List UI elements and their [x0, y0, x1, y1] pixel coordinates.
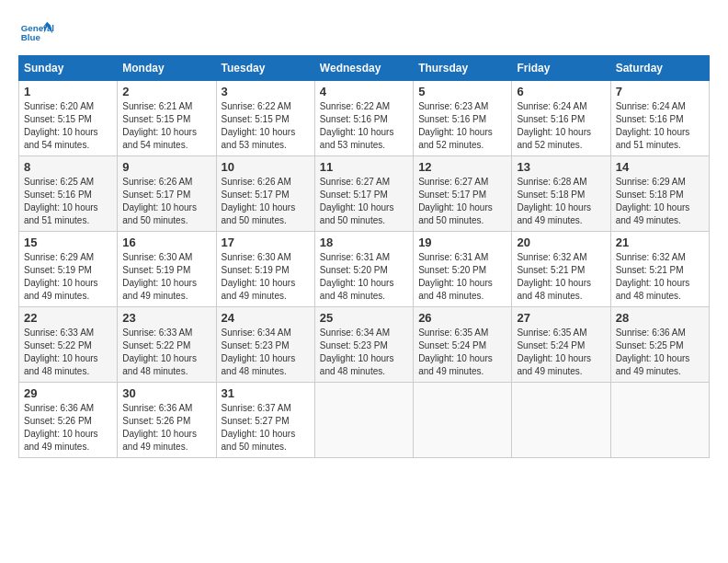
day-info: Sunrise: 6:33 AM Sunset: 5:22 PM Dayligh… — [122, 327, 210, 378]
day-info: Sunrise: 6:34 AM Sunset: 5:23 PM Dayligh… — [320, 327, 408, 378]
calendar-week-row: 8Sunrise: 6:25 AM Sunset: 5:16 PM Daylig… — [19, 156, 710, 232]
day-info: Sunrise: 6:36 AM Sunset: 5:26 PM Dayligh… — [122, 402, 210, 454]
weekday-header-friday: Friday — [512, 56, 610, 81]
day-number: 17 — [222, 236, 310, 249]
day-number: 11 — [320, 160, 408, 174]
day-number: 20 — [517, 236, 605, 249]
weekday-header-sunday: Sunday — [19, 56, 118, 81]
day-info: Sunrise: 6:34 AM Sunset: 5:23 PM Dayligh… — [222, 327, 310, 378]
weekday-header-wednesday: Wednesday — [314, 56, 413, 81]
page-header: General Blue — [18, 18, 710, 46]
calendar-day-cell: 2Sunrise: 6:21 AM Sunset: 5:15 PM Daylig… — [118, 81, 216, 156]
day-number: 23 — [122, 311, 210, 325]
calendar-day-cell: 21Sunrise: 6:32 AM Sunset: 5:21 PM Dayli… — [610, 232, 709, 307]
day-info: Sunrise: 6:30 AM Sunset: 5:19 PM Dayligh… — [222, 251, 310, 303]
day-number: 21 — [616, 236, 704, 249]
day-number: 8 — [24, 160, 112, 174]
day-info: Sunrise: 6:37 AM Sunset: 5:27 PM Dayligh… — [222, 402, 310, 454]
day-number: 28 — [616, 311, 704, 325]
day-number: 19 — [418, 236, 506, 249]
day-info: Sunrise: 6:30 AM Sunset: 5:19 PM Dayligh… — [122, 251, 210, 303]
calendar-day-cell: 28Sunrise: 6:36 AM Sunset: 5:25 PM Dayli… — [610, 307, 709, 383]
logo: General Blue — [18, 18, 55, 46]
day-info: Sunrise: 6:35 AM Sunset: 5:24 PM Dayligh… — [418, 327, 506, 378]
calendar-table: SundayMondayTuesdayWednesdayThursdayFrid… — [18, 55, 710, 458]
calendar-day-cell: 10Sunrise: 6:26 AM Sunset: 5:17 PM Dayli… — [216, 156, 314, 232]
calendar-day-cell: 22Sunrise: 6:33 AM Sunset: 5:22 PM Dayli… — [19, 307, 118, 383]
day-number: 7 — [616, 85, 704, 98]
calendar-day-cell: 26Sunrise: 6:35 AM Sunset: 5:24 PM Dayli… — [414, 307, 512, 383]
day-info: Sunrise: 6:23 AM Sunset: 5:16 PM Dayligh… — [418, 100, 506, 152]
day-number: 15 — [24, 236, 112, 249]
day-info: Sunrise: 6:32 AM Sunset: 5:21 PM Dayligh… — [517, 251, 605, 303]
weekday-header-row: SundayMondayTuesdayWednesdayThursdayFrid… — [19, 56, 710, 81]
calendar-week-row: 22Sunrise: 6:33 AM Sunset: 5:22 PM Dayli… — [19, 307, 710, 383]
calendar-day-cell — [314, 383, 413, 458]
calendar-day-cell: 24Sunrise: 6:34 AM Sunset: 5:23 PM Dayli… — [216, 307, 314, 383]
day-number: 16 — [122, 236, 210, 249]
calendar-day-cell: 25Sunrise: 6:34 AM Sunset: 5:23 PM Dayli… — [314, 307, 413, 383]
calendar-day-cell: 31Sunrise: 6:37 AM Sunset: 5:27 PM Dayli… — [216, 383, 314, 458]
day-info: Sunrise: 6:31 AM Sunset: 5:20 PM Dayligh… — [418, 251, 506, 303]
day-number: 5 — [418, 85, 506, 98]
day-info: Sunrise: 6:21 AM Sunset: 5:15 PM Dayligh… — [122, 100, 210, 152]
day-number: 22 — [24, 311, 112, 325]
calendar-day-cell: 17Sunrise: 6:30 AM Sunset: 5:19 PM Dayli… — [216, 232, 314, 307]
day-number: 1 — [24, 85, 112, 98]
day-number: 24 — [222, 311, 310, 325]
day-info: Sunrise: 6:20 AM Sunset: 5:15 PM Dayligh… — [24, 100, 112, 152]
calendar-day-cell: 20Sunrise: 6:32 AM Sunset: 5:21 PM Dayli… — [512, 232, 610, 307]
day-info: Sunrise: 6:24 AM Sunset: 5:16 PM Dayligh… — [616, 100, 704, 152]
day-number: 26 — [418, 311, 506, 325]
day-number: 10 — [222, 160, 310, 174]
calendar-day-cell: 4Sunrise: 6:22 AM Sunset: 5:16 PM Daylig… — [314, 81, 413, 156]
calendar-day-cell: 9Sunrise: 6:26 AM Sunset: 5:17 PM Daylig… — [118, 156, 216, 232]
day-info: Sunrise: 6:29 AM Sunset: 5:19 PM Dayligh… — [24, 251, 112, 303]
calendar-day-cell: 30Sunrise: 6:36 AM Sunset: 5:26 PM Dayli… — [118, 383, 216, 458]
weekday-header-thursday: Thursday — [414, 56, 512, 81]
calendar-day-cell: 19Sunrise: 6:31 AM Sunset: 5:20 PM Dayli… — [414, 232, 512, 307]
calendar-day-cell: 15Sunrise: 6:29 AM Sunset: 5:19 PM Dayli… — [19, 232, 118, 307]
calendar-day-cell: 11Sunrise: 6:27 AM Sunset: 5:17 PM Dayli… — [314, 156, 413, 232]
calendar-week-row: 1Sunrise: 6:20 AM Sunset: 5:15 PM Daylig… — [19, 81, 710, 156]
day-number: 12 — [418, 160, 506, 174]
day-number: 31 — [222, 386, 310, 400]
calendar-day-cell: 5Sunrise: 6:23 AM Sunset: 5:16 PM Daylig… — [414, 81, 512, 156]
day-info: Sunrise: 6:35 AM Sunset: 5:24 PM Dayligh… — [517, 327, 605, 378]
day-number: 4 — [320, 85, 408, 98]
day-info: Sunrise: 6:31 AM Sunset: 5:20 PM Dayligh… — [320, 251, 408, 303]
day-number: 3 — [222, 85, 310, 98]
day-number: 18 — [320, 236, 408, 249]
day-info: Sunrise: 6:26 AM Sunset: 5:17 PM Dayligh… — [122, 176, 210, 227]
calendar-day-cell: 8Sunrise: 6:25 AM Sunset: 5:16 PM Daylig… — [19, 156, 118, 232]
day-info: Sunrise: 6:36 AM Sunset: 5:26 PM Dayligh… — [24, 402, 112, 454]
calendar-day-cell: 23Sunrise: 6:33 AM Sunset: 5:22 PM Dayli… — [118, 307, 216, 383]
day-info: Sunrise: 6:27 AM Sunset: 5:17 PM Dayligh… — [418, 176, 506, 227]
day-number: 6 — [517, 85, 605, 98]
calendar-day-cell — [610, 383, 709, 458]
day-info: Sunrise: 6:25 AM Sunset: 5:16 PM Dayligh… — [24, 176, 112, 227]
day-info: Sunrise: 6:33 AM Sunset: 5:22 PM Dayligh… — [24, 327, 112, 378]
day-number: 27 — [517, 311, 605, 325]
weekday-header-monday: Monday — [118, 56, 216, 81]
calendar-day-cell: 14Sunrise: 6:29 AM Sunset: 5:18 PM Dayli… — [610, 156, 709, 232]
day-info: Sunrise: 6:22 AM Sunset: 5:15 PM Dayligh… — [222, 100, 310, 152]
calendar-day-cell: 16Sunrise: 6:30 AM Sunset: 5:19 PM Dayli… — [118, 232, 216, 307]
svg-text:Blue: Blue — [21, 32, 41, 42]
day-number: 13 — [517, 160, 605, 174]
day-info: Sunrise: 6:28 AM Sunset: 5:18 PM Dayligh… — [517, 176, 605, 227]
calendar-day-cell: 27Sunrise: 6:35 AM Sunset: 5:24 PM Dayli… — [512, 307, 610, 383]
calendar-day-cell — [414, 383, 512, 458]
calendar-day-cell — [512, 383, 610, 458]
calendar-day-cell: 3Sunrise: 6:22 AM Sunset: 5:15 PM Daylig… — [216, 81, 314, 156]
day-number: 25 — [320, 311, 408, 325]
day-info: Sunrise: 6:27 AM Sunset: 5:17 PM Dayligh… — [320, 176, 408, 227]
calendar-week-row: 29Sunrise: 6:36 AM Sunset: 5:26 PM Dayli… — [19, 383, 710, 458]
weekday-header-tuesday: Tuesday — [216, 56, 314, 81]
calendar-day-cell: 12Sunrise: 6:27 AM Sunset: 5:17 PM Dayli… — [414, 156, 512, 232]
day-number: 29 — [24, 386, 112, 400]
calendar-week-row: 15Sunrise: 6:29 AM Sunset: 5:19 PM Dayli… — [19, 232, 710, 307]
day-info: Sunrise: 6:29 AM Sunset: 5:18 PM Dayligh… — [616, 176, 704, 227]
day-info: Sunrise: 6:32 AM Sunset: 5:21 PM Dayligh… — [616, 251, 704, 303]
calendar-day-cell: 18Sunrise: 6:31 AM Sunset: 5:20 PM Dayli… — [314, 232, 413, 307]
